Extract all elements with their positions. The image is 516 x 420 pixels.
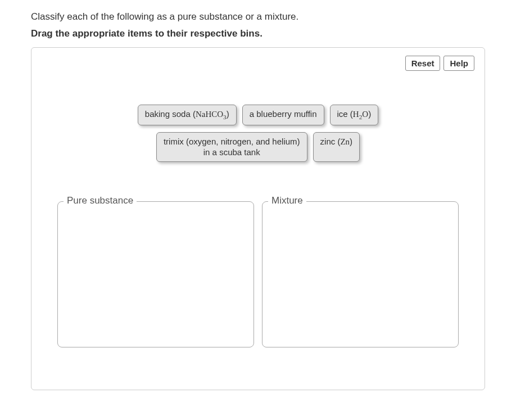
item-label: ) bbox=[350, 137, 352, 146]
item-ice[interactable]: ice (H2O) bbox=[330, 105, 379, 125]
bins-container: Pure substance Mixture bbox=[42, 201, 474, 347]
item-formula: H bbox=[353, 110, 359, 119]
question-text: Classify each of the following as a pure… bbox=[31, 11, 485, 22]
item-blueberry-muffin[interactable]: a blueberry muffin bbox=[242, 105, 324, 125]
bin-mixture[interactable]: Mixture bbox=[262, 201, 459, 347]
item-label: ) bbox=[368, 109, 371, 119]
reset-button[interactable]: Reset bbox=[405, 56, 441, 71]
item-formula: NaHCO bbox=[196, 110, 223, 119]
item-formula: Zn bbox=[340, 137, 350, 146]
item-label: zinc ( bbox=[320, 137, 341, 146]
item-baking-soda[interactable]: baking soda (NaHCO3) bbox=[138, 105, 237, 125]
bin-label: Pure substance bbox=[64, 195, 137, 206]
toolbar: Reset Help bbox=[42, 56, 474, 71]
item-trimix[interactable]: trimix (oxygen, nitrogen, and helium) in… bbox=[156, 132, 307, 162]
interaction-panel: Reset Help baking soda (NaHCO3) a bluebe… bbox=[31, 47, 485, 390]
item-label-line2: in a scuba tank bbox=[203, 147, 260, 157]
question-wrapper: Classify each of the following as a pure… bbox=[0, 0, 516, 407]
item-zinc[interactable]: zinc (Zn) bbox=[313, 132, 360, 162]
item-label: ice ( bbox=[337, 109, 353, 119]
help-button[interactable]: Help bbox=[443, 56, 474, 71]
item-formula: O bbox=[362, 110, 368, 119]
draggable-items-area: baking soda (NaHCO3) a blueberry muffin … bbox=[42, 105, 474, 162]
item-label: baking soda ( bbox=[145, 109, 196, 119]
item-label: ) bbox=[227, 109, 229, 119]
instruction-text: Drag the appropriate items to their resp… bbox=[31, 28, 485, 39]
items-row-2: trimix (oxygen, nitrogen, and helium) in… bbox=[156, 132, 360, 162]
item-label-line1: trimix (oxygen, nitrogen, and helium) bbox=[164, 137, 300, 146]
items-row-1: baking soda (NaHCO3) a blueberry muffin … bbox=[138, 105, 378, 125]
bin-pure-substance[interactable]: Pure substance bbox=[57, 201, 254, 347]
bin-label: Mixture bbox=[268, 195, 306, 206]
